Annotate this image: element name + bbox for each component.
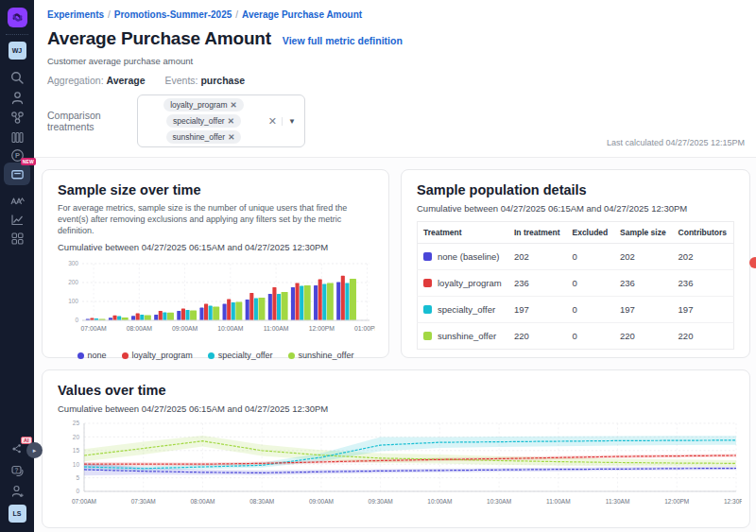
- grid-icon: [9, 231, 26, 247]
- aggregation-value: Average: [106, 75, 145, 86]
- legend-item[interactable]: none: [77, 351, 107, 360]
- clear-all-icon[interactable]: ✕: [264, 115, 282, 128]
- svg-text:08:00AM: 08:00AM: [190, 498, 215, 505]
- sidebar-item-search[interactable]: [0, 70, 34, 86]
- workspace-switcher[interactable]: WJ: [0, 42, 34, 60]
- breadcrumb-item[interactable]: Average Purchase Amount: [242, 9, 362, 20]
- treatment-name: specialty_offer: [438, 304, 495, 315]
- person-icon: [9, 90, 26, 106]
- table-cell: 0: [567, 297, 615, 323]
- treatment-name: sunshine_offer: [438, 331, 496, 341]
- legend-item[interactable]: sunshine_offer: [288, 351, 354, 360]
- breadcrumb-item[interactable]: Experiments: [47, 9, 104, 20]
- table-row: specialty_offer1970197197: [418, 297, 734, 323]
- svg-text:100: 100: [68, 299, 78, 305]
- svg-text:200: 200: [68, 280, 78, 286]
- metric-card-icon: [10, 167, 25, 181]
- nodes-icon: [9, 110, 26, 126]
- treatment-color-swatch: [423, 252, 432, 261]
- table-cell: 220: [508, 323, 567, 350]
- legend-item[interactable]: loyalty_program: [122, 351, 193, 360]
- svg-text:P: P: [14, 151, 19, 160]
- sidebar-item-gates[interactable]: [0, 110, 34, 126]
- view-metric-definition-link[interactable]: View full metric definition: [283, 35, 403, 46]
- treatment-chip[interactable]: loyalty_program✕: [163, 98, 244, 112]
- legend-dot: [208, 352, 215, 359]
- table-cell: 236: [673, 270, 734, 297]
- line-chart-icon: [9, 212, 26, 228]
- table-cell: 0: [567, 270, 615, 297]
- user-menu[interactable]: LS: [0, 505, 34, 523]
- chip-remove-icon[interactable]: ✕: [231, 100, 237, 110]
- svg-text:0: 0: [76, 488, 79, 494]
- panel-collapse-handle[interactable]: ▸: [26, 442, 43, 458]
- treatment-color-swatch: [423, 332, 432, 340]
- sample-size-description: For average metrics, sample size is the …: [58, 202, 369, 236]
- sidebar-item-help[interactable]: ?: [0, 463, 34, 479]
- table-header: Treatment: [418, 222, 508, 244]
- svg-text:12:00PM: 12:00PM: [309, 325, 335, 332]
- sidebar-item-insights[interactable]: [0, 212, 34, 228]
- svg-text:07:30AM: 07:30AM: [131, 498, 156, 505]
- page-header: Experiments/Promotions-Summer-2025/Avera…: [34, 0, 756, 158]
- treatment-name: loyalty_program: [438, 278, 502, 288]
- sidebar-item-columns[interactable]: [0, 129, 34, 146]
- treatment-color-swatch: [423, 305, 432, 314]
- population-cumulative: Cumulative between 04/27/2025 06:15AM an…: [417, 203, 734, 214]
- values-title: Values over time: [58, 383, 734, 398]
- events-value: purchase: [200, 75, 245, 86]
- breadcrumb-separator: /: [108, 9, 111, 20]
- population-table: TreatmentIn treatmentExcludedSample size…: [417, 221, 734, 350]
- legend-item[interactable]: specialty_offer: [208, 351, 273, 360]
- svg-text:09:30AM: 09:30AM: [369, 498, 393, 505]
- svg-text:08:00AM: 08:00AM: [127, 325, 153, 332]
- breadcrumb-item[interactable]: Promotions-Summer-2025: [114, 9, 232, 20]
- table-cell: 236: [614, 270, 673, 297]
- svg-text:10:00AM: 10:00AM: [427, 498, 452, 505]
- table-cell: 202: [673, 244, 734, 270]
- bar-chart-legend: noneloyalty_programspecialty_offersunshi…: [58, 351, 373, 360]
- table-cell: 220: [673, 323, 734, 350]
- sidebar-item-users[interactable]: [0, 90, 34, 106]
- svg-text:07:00AM: 07:00AM: [72, 498, 96, 505]
- table-cell: 0: [567, 244, 615, 270]
- notification-dot[interactable]: [749, 257, 756, 268]
- table-cell: 197: [508, 297, 567, 323]
- table-cell: 197: [673, 297, 734, 323]
- sidebar-item-metrics-selected[interactable]: NEW: [0, 163, 34, 185]
- table-cell: 202: [508, 244, 567, 270]
- svg-text:11:30AM: 11:30AM: [606, 498, 630, 505]
- treatment-chip[interactable]: specialty_offer✕: [166, 114, 241, 128]
- sample-size-title: Sample size over time: [58, 182, 373, 197]
- svg-text:11:00AM: 11:00AM: [546, 498, 571, 505]
- page-title: Average Purchase Amount: [47, 28, 271, 49]
- svg-text:09:00AM: 09:00AM: [309, 498, 334, 505]
- table-cell: 0: [567, 323, 615, 350]
- svg-text:12:00PM: 12:00PM: [664, 498, 689, 505]
- svg-text:5: 5: [76, 474, 79, 481]
- svg-text:?: ?: [14, 467, 18, 473]
- main-content: Experiments/Promotions-Summer-2025/Avera…: [34, 0, 756, 532]
- aggregation-row: Aggregation: Average Events: purchase: [47, 75, 743, 86]
- user-avatar: LS: [9, 505, 26, 523]
- comparison-treatments-select[interactable]: loyalty_program✕specialty_offer✕sunshine…: [137, 94, 305, 147]
- chevron-down-icon[interactable]: ▼: [282, 117, 299, 126]
- table-row: none (baseline)2020202202: [418, 244, 734, 270]
- svg-text:20: 20: [73, 434, 80, 440]
- sidebar-item-invite[interactable]: [0, 483, 34, 499]
- chip-remove-icon[interactable]: ✕: [228, 132, 234, 142]
- svg-text:08:30AM: 08:30AM: [249, 498, 274, 505]
- sample-size-bar-chart: 010020030007:00AM08:00AM09:00AM10:00AM11…: [58, 256, 373, 349]
- legend-label: loyalty_program: [132, 351, 193, 360]
- app-logo[interactable]: [0, 8, 34, 27]
- person-plus-icon: [9, 483, 26, 499]
- treatment-chip[interactable]: sunshine_offer✕: [166, 130, 242, 144]
- sidebar-item-dashboards[interactable]: [0, 231, 34, 247]
- values-over-time-card: Values over time Cumulative between 04/2…: [42, 369, 750, 528]
- chip-label: sunshine_offer: [173, 132, 226, 142]
- chip-remove-icon[interactable]: ✕: [228, 116, 234, 126]
- svg-text:15: 15: [73, 447, 80, 454]
- sidebar-item-experiments[interactable]: [0, 193, 34, 209]
- table-cell: 236: [508, 270, 567, 297]
- table-row: sunshine_offer2200220220: [418, 323, 734, 350]
